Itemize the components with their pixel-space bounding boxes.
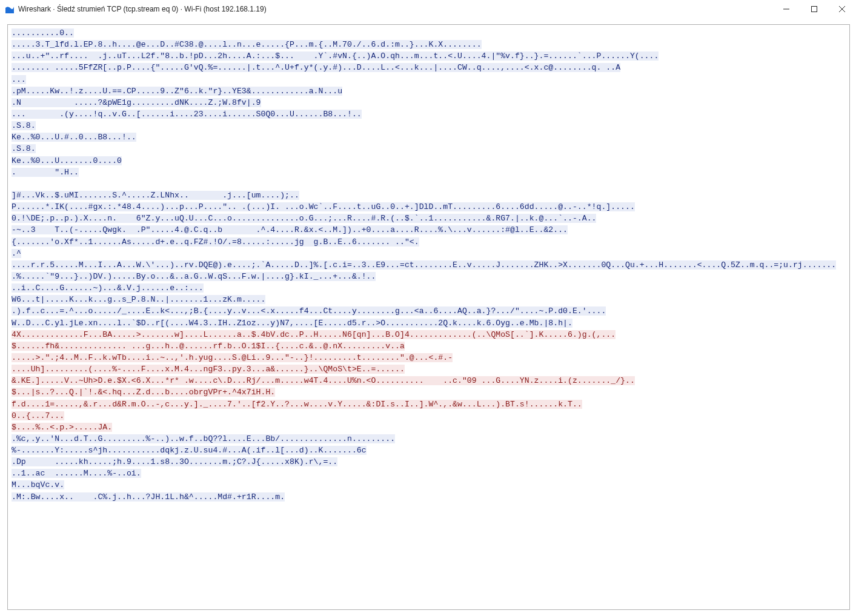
- content-area: ..........0.. .....3.T_lfd.l.EP.8..h....…: [0, 18, 856, 616]
- wireshark-fin-icon: [5, 4, 15, 14]
- tcp-stream-text[interactable]: ..........0.. .....3.T_lfd.l.EP.8..h....…: [7, 24, 850, 610]
- minimize-button[interactable]: [772, 0, 800, 18]
- window-title: Wireshark · Śledź strumień TCP (tcp.stre…: [18, 5, 267, 13]
- stream-segment-client: 4X.............F...BA.....>.......w]....…: [12, 330, 635, 432]
- stream-segment-server: .%c,.y..'N...d.T..G.........%-..)..w.f..…: [12, 434, 395, 502]
- window-titlebar: Wireshark · Śledź strumień TCP (tcp.stre…: [0, 0, 856, 18]
- maximize-button[interactable]: [800, 0, 828, 18]
- stream-segment-server: ..........0.. .....3.T_lfd.l.EP.8..h....…: [12, 28, 836, 328]
- svg-rect-1: [812, 7, 817, 12]
- close-button[interactable]: [828, 0, 856, 18]
- window-controls: [772, 0, 856, 18]
